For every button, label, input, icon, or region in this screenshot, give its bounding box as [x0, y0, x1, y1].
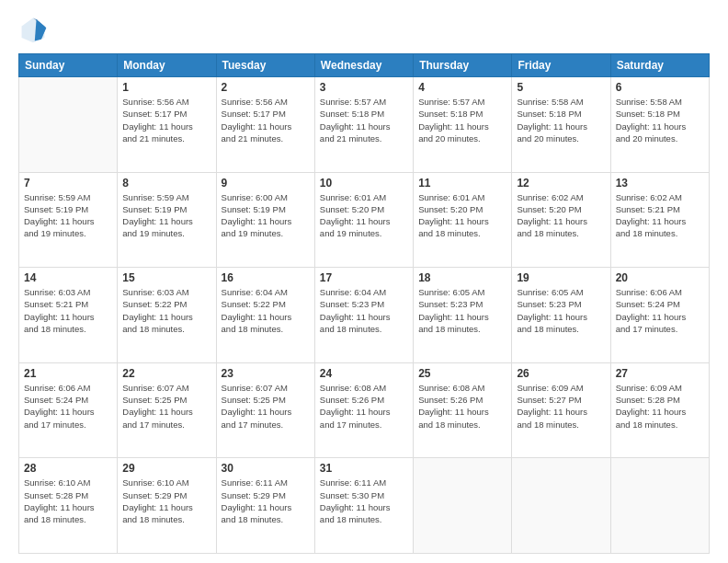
day-number: 12 [517, 177, 605, 190]
day-number: 30 [222, 462, 310, 475]
page: Sunday Monday Tuesday Wednesday Thursday… [0, 0, 728, 563]
day-info: Sunrise: 6:11 AMSunset: 5:30 PMDaylight:… [320, 477, 408, 525]
day-info: Sunrise: 6:10 AMSunset: 5:29 PMDaylight:… [122, 477, 210, 525]
day-info: Sunrise: 6:07 AMSunset: 5:25 PMDaylight:… [122, 382, 210, 431]
col-saturday: Saturday [610, 54, 709, 77]
day-info: Sunrise: 6:02 AMSunset: 5:21 PMDaylight:… [616, 191, 704, 240]
table-row: 4Sunrise: 5:57 AMSunset: 5:18 PMDaylight… [414, 77, 512, 173]
table-row: 30Sunrise: 6:11 AMSunset: 5:29 PMDayligh… [216, 458, 314, 554]
day-number: 11 [418, 177, 506, 190]
day-info: Sunrise: 6:01 AMSunset: 5:20 PMDaylight:… [418, 191, 506, 240]
day-info: Sunrise: 6:04 AMSunset: 5:23 PMDaylight:… [320, 286, 408, 335]
day-info: Sunrise: 6:00 AMSunset: 5:19 PMDaylight:… [222, 191, 310, 240]
col-wednesday: Wednesday [314, 54, 413, 77]
table-row: 24Sunrise: 6:08 AMSunset: 5:26 PMDayligh… [314, 362, 413, 458]
day-info: Sunrise: 6:04 AMSunset: 5:22 PMDaylight:… [222, 286, 310, 335]
day-info: Sunrise: 5:58 AMSunset: 5:18 PMDaylight:… [616, 96, 704, 144]
calendar-week-row: 28Sunrise: 6:10 AMSunset: 5:28 PMDayligh… [19, 458, 710, 554]
day-info: Sunrise: 6:05 AMSunset: 5:23 PMDaylight:… [517, 286, 605, 335]
calendar-header-row: Sunday Monday Tuesday Wednesday Thursday… [19, 54, 710, 77]
day-info: Sunrise: 5:56 AMSunset: 5:17 PMDaylight:… [222, 96, 310, 144]
day-number: 22 [122, 367, 210, 380]
day-info: Sunrise: 5:57 AMSunset: 5:18 PMDaylight:… [418, 96, 506, 144]
day-number: 3 [320, 81, 408, 94]
table-row: 15Sunrise: 6:03 AMSunset: 5:22 PMDayligh… [118, 268, 216, 363]
day-info: Sunrise: 6:06 AMSunset: 5:24 PMDaylight:… [24, 382, 112, 431]
day-info: Sunrise: 6:02 AMSunset: 5:20 PMDaylight:… [517, 191, 605, 240]
table-row: 23Sunrise: 6:07 AMSunset: 5:25 PMDayligh… [216, 362, 314, 458]
day-info: Sunrise: 6:01 AMSunset: 5:20 PMDaylight:… [320, 191, 408, 240]
day-number: 1 [122, 81, 210, 94]
table-row: 21Sunrise: 6:06 AMSunset: 5:24 PMDayligh… [19, 362, 118, 458]
day-info: Sunrise: 5:59 AMSunset: 5:19 PMDaylight:… [122, 191, 210, 240]
table-row: 8Sunrise: 5:59 AMSunset: 5:19 PMDaylight… [118, 172, 216, 268]
day-info: Sunrise: 6:07 AMSunset: 5:25 PMDaylight:… [222, 382, 310, 431]
table-row: 31Sunrise: 6:11 AMSunset: 5:30 PMDayligh… [314, 458, 413, 554]
day-number: 31 [320, 462, 408, 475]
col-sunday: Sunday [19, 54, 118, 77]
table-row: 13Sunrise: 6:02 AMSunset: 5:21 PMDayligh… [610, 172, 709, 268]
day-number: 27 [616, 367, 704, 380]
day-number: 4 [418, 81, 506, 94]
calendar-week-row: 14Sunrise: 6:03 AMSunset: 5:21 PMDayligh… [19, 268, 710, 363]
table-row: 9Sunrise: 6:00 AMSunset: 5:19 PMDaylight… [216, 172, 314, 268]
day-info: Sunrise: 6:05 AMSunset: 5:23 PMDaylight:… [418, 286, 506, 335]
day-number: 21 [24, 367, 112, 380]
day-number: 7 [24, 177, 112, 190]
table-row: 11Sunrise: 6:01 AMSunset: 5:20 PMDayligh… [414, 172, 512, 268]
col-monday: Monday [118, 54, 216, 77]
table-row: 20Sunrise: 6:06 AMSunset: 5:24 PMDayligh… [610, 268, 709, 363]
table-row [414, 458, 512, 554]
table-row: 5Sunrise: 5:58 AMSunset: 5:18 PMDaylight… [512, 77, 610, 173]
svg-marker-3 [35, 19, 46, 40]
day-number: 15 [122, 271, 210, 284]
day-number: 14 [24, 271, 112, 284]
table-row: 28Sunrise: 6:10 AMSunset: 5:28 PMDayligh… [19, 458, 118, 554]
calendar-week-row: 1Sunrise: 5:56 AMSunset: 5:17 PMDaylight… [19, 77, 710, 173]
col-tuesday: Tuesday [216, 54, 314, 77]
day-number: 29 [122, 462, 210, 475]
logo [18, 15, 51, 44]
table-row: 6Sunrise: 5:58 AMSunset: 5:18 PMDaylight… [610, 77, 709, 173]
day-number: 28 [24, 462, 112, 475]
logo-icon [18, 15, 48, 44]
header [18, 15, 710, 44]
table-row: 14Sunrise: 6:03 AMSunset: 5:21 PMDayligh… [19, 268, 118, 363]
table-row: 12Sunrise: 6:02 AMSunset: 5:20 PMDayligh… [512, 172, 610, 268]
table-row [19, 77, 118, 173]
day-number: 5 [517, 81, 605, 94]
day-info: Sunrise: 6:08 AMSunset: 5:26 PMDaylight:… [320, 382, 408, 431]
day-info: Sunrise: 6:10 AMSunset: 5:28 PMDaylight:… [24, 477, 112, 525]
table-row [512, 458, 610, 554]
table-row: 2Sunrise: 5:56 AMSunset: 5:17 PMDaylight… [216, 77, 314, 173]
table-row: 26Sunrise: 6:09 AMSunset: 5:27 PMDayligh… [512, 362, 610, 458]
table-row: 7Sunrise: 5:59 AMSunset: 5:19 PMDaylight… [19, 172, 118, 268]
day-info: Sunrise: 6:09 AMSunset: 5:27 PMDaylight:… [517, 382, 605, 431]
day-number: 23 [222, 367, 310, 380]
table-row: 17Sunrise: 6:04 AMSunset: 5:23 PMDayligh… [314, 268, 413, 363]
table-row: 22Sunrise: 6:07 AMSunset: 5:25 PMDayligh… [118, 362, 216, 458]
day-info: Sunrise: 6:03 AMSunset: 5:21 PMDaylight:… [24, 286, 112, 335]
day-number: 13 [616, 177, 704, 190]
col-thursday: Thursday [414, 54, 512, 77]
day-info: Sunrise: 6:03 AMSunset: 5:22 PMDaylight:… [122, 286, 210, 335]
day-number: 26 [517, 367, 605, 380]
day-number: 17 [320, 271, 408, 284]
table-row: 19Sunrise: 6:05 AMSunset: 5:23 PMDayligh… [512, 268, 610, 363]
calendar-week-row: 21Sunrise: 6:06 AMSunset: 5:24 PMDayligh… [19, 362, 710, 458]
day-number: 20 [616, 271, 704, 284]
day-info: Sunrise: 6:06 AMSunset: 5:24 PMDaylight:… [616, 286, 704, 335]
day-number: 2 [222, 81, 310, 94]
table-row: 3Sunrise: 5:57 AMSunset: 5:18 PMDaylight… [314, 77, 413, 173]
table-row [610, 458, 709, 554]
table-row: 10Sunrise: 6:01 AMSunset: 5:20 PMDayligh… [314, 172, 413, 268]
table-row: 1Sunrise: 5:56 AMSunset: 5:17 PMDaylight… [118, 77, 216, 173]
day-info: Sunrise: 5:58 AMSunset: 5:18 PMDaylight:… [517, 96, 605, 144]
day-info: Sunrise: 5:57 AMSunset: 5:18 PMDaylight:… [320, 96, 408, 144]
day-number: 10 [320, 177, 408, 190]
day-number: 24 [320, 367, 408, 380]
day-number: 25 [418, 367, 506, 380]
day-info: Sunrise: 5:59 AMSunset: 5:19 PMDaylight:… [24, 191, 112, 240]
day-number: 18 [418, 271, 506, 284]
calendar-week-row: 7Sunrise: 5:59 AMSunset: 5:19 PMDaylight… [19, 172, 710, 268]
